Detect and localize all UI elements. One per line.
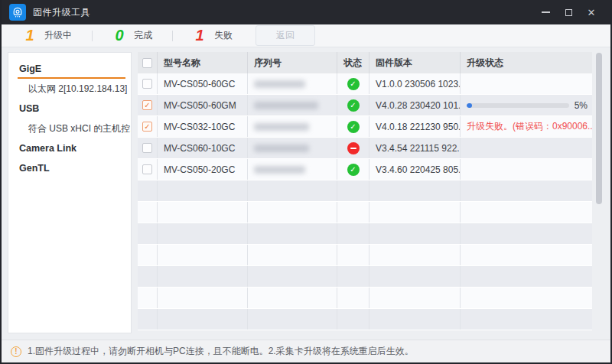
status-cell	[337, 116, 369, 137]
redacted-serial	[254, 123, 309, 131]
serial-number-cell	[248, 202, 337, 223]
sidebar-item-usb-host[interactable]: 符合 USB xHCI 的主机控...	[8, 119, 131, 138]
model-name-cell: MV-CS050-20GC	[158, 159, 248, 180]
status-cell	[337, 95, 369, 115]
serial-number-cell	[248, 138, 337, 158]
table-row[interactable]: ✓MV-CS032-10GCV4.0.18 221230 950...升级失败。…	[138, 116, 592, 138]
upgrade-status-cell	[461, 245, 592, 265]
sidebar-item-camera-link[interactable]: Camera Link	[8, 138, 131, 158]
table-row[interactable]	[138, 180, 592, 202]
status-ok-icon	[347, 121, 360, 133]
select-all-cell	[138, 52, 158, 73]
sidebar-item-gige[interactable]: GigE	[8, 59, 131, 79]
row-checkbox-cell	[138, 266, 158, 287]
status-cell	[337, 202, 369, 223]
close-button[interactable]: ✕	[580, 0, 603, 24]
col-model-name: 型号名称	[158, 52, 248, 73]
upgrade-error-text: 升级失败。(错误码：0x90006...	[467, 120, 592, 133]
serial-number-cell	[248, 245, 337, 265]
interface-sidebar: GigE 以太网 2[10.192.184.13] USB 符合 USB xHC…	[8, 52, 132, 333]
model-name-cell	[158, 245, 248, 265]
firmware-version-cell: V1.0.0 230506 1023...	[369, 73, 461, 94]
row-checkbox[interactable]	[142, 79, 152, 89]
table-row[interactable]	[138, 202, 592, 223]
firmware-version-cell	[369, 245, 461, 265]
firmware-version-cell: V4.0.28 230420 101...	[369, 95, 461, 115]
sidebar-item-gentl[interactable]: GenTL	[8, 158, 131, 178]
col-firmware-version: 固件版本	[369, 52, 461, 73]
upgrade-status-cell	[461, 309, 592, 330]
firmware-version-cell: V4.0.18 221230 950...	[369, 116, 461, 137]
table-row[interactable]: MV-CS050-20GCV3.4.60 220425 805...	[138, 159, 592, 180]
select-all-checkbox[interactable]	[142, 58, 152, 68]
vertical-scrollbar[interactable]	[592, 52, 606, 333]
minimize-button[interactable]	[534, 0, 557, 24]
warning-icon: !	[11, 346, 21, 357]
status-cell	[337, 245, 369, 265]
upgrade-status-cell	[461, 73, 592, 94]
upgrade-status-cell: 升级失败。(错误码：0x90006...	[461, 116, 592, 137]
table-row[interactable]: MV-CS050-60GCV1.0.0 230506 1023...	[138, 73, 592, 95]
status-cell	[337, 288, 369, 308]
upgrade-status-cell	[461, 288, 592, 308]
maximize-icon	[565, 9, 572, 16]
redacted-serial	[254, 145, 309, 152]
model-name-cell: MV-CS050-60GC	[158, 73, 248, 94]
app-logo-icon	[9, 4, 26, 21]
row-checkbox[interactable]: ✓	[142, 122, 152, 132]
row-checkbox[interactable]: ✓	[142, 100, 152, 110]
table-row[interactable]	[138, 245, 592, 266]
firmware-version-cell	[369, 180, 461, 201]
redacted-serial	[254, 80, 305, 88]
failed-count: 1	[193, 27, 207, 44]
close-icon: ✕	[588, 8, 596, 18]
content: GigE 以太网 2[10.192.184.13] USB 符合 USB xHC…	[2, 47, 610, 340]
completed-label: 完成	[134, 29, 152, 42]
row-checkbox-cell: ✓	[138, 116, 158, 137]
model-name-cell	[158, 202, 248, 223]
failed-label: 失败	[214, 29, 233, 42]
serial-number-cell	[248, 159, 337, 180]
row-checkbox-cell	[138, 202, 158, 223]
table-row[interactable]	[138, 309, 592, 330]
table-row[interactable]	[138, 223, 592, 245]
status-ok-icon	[347, 78, 360, 90]
status-ok-icon	[347, 164, 360, 176]
row-checkbox-cell	[138, 138, 158, 158]
status-cell	[337, 180, 369, 201]
status-cell	[337, 266, 369, 287]
table-header: 型号名称 序列号 状态 固件版本 升级状态	[138, 52, 592, 73]
firmware-version-cell	[369, 202, 461, 223]
status-cell	[337, 138, 369, 158]
table-row[interactable]	[138, 288, 592, 309]
firmware-version-cell	[369, 288, 461, 308]
model-name-cell: MV-CS060-10GC	[158, 138, 248, 158]
progress-bar-fill	[467, 103, 472, 108]
app-window: 固件升级工具 ✕ 1 升级中 0 完成 1 失败 返回 GigE 以太网 2[1…	[0, 0, 612, 364]
serial-number-cell	[248, 180, 337, 201]
upgrading-label: 升级中	[44, 29, 72, 42]
upgrade-status-cell	[461, 202, 592, 223]
status-ok-icon	[347, 99, 360, 112]
statusbar: ! 1.固件升级过程中，请勿断开相机与PC连接，且不能断电。2.采集卡升级将在系…	[2, 340, 610, 362]
upgrade-status-cell	[461, 138, 592, 158]
firmware-version-cell	[369, 223, 461, 244]
serial-number-cell	[248, 73, 337, 94]
row-checkbox[interactable]	[142, 143, 152, 153]
maximize-button[interactable]	[557, 0, 580, 24]
table-row[interactable]: MV-CS060-10GCV3.4.54 221115 922...	[138, 138, 592, 159]
stat-completed: 0 完成	[112, 27, 152, 44]
back-button[interactable]: 返回	[256, 25, 315, 46]
row-checkbox-cell: ✓	[138, 95, 158, 115]
scrollbar-thumb[interactable]	[596, 53, 602, 204]
sidebar-item-ethernet[interactable]: 以太网 2[10.192.184.13]	[8, 79, 131, 99]
firmware-version-cell: V3.4.54 221115 922...	[369, 138, 461, 158]
serial-number-cell	[248, 266, 337, 287]
sidebar-item-usb[interactable]: USB	[8, 99, 131, 119]
status-cell	[337, 159, 369, 180]
col-status: 状态	[337, 52, 369, 73]
table-row[interactable]: ✓MV-CS050-60GMV4.0.28 230420 101...5%	[138, 95, 592, 116]
table-row[interactable]	[138, 266, 592, 288]
row-checkbox[interactable]	[142, 164, 152, 174]
model-name-cell	[158, 223, 248, 244]
